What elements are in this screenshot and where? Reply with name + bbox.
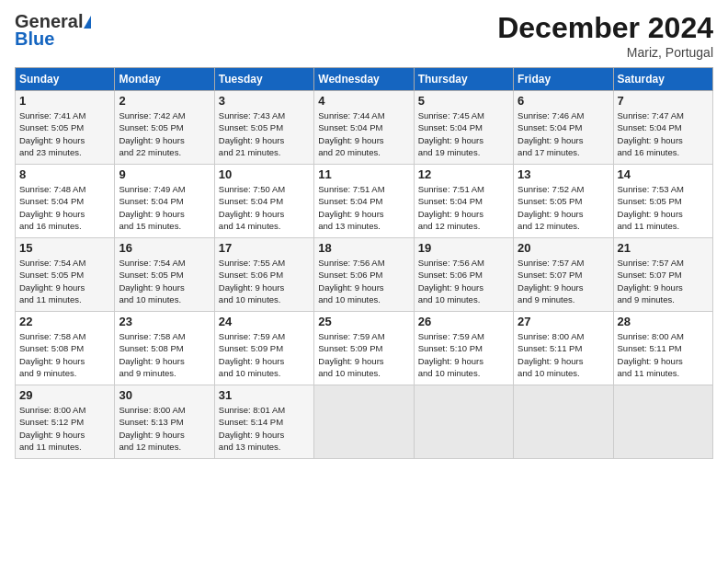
calendar-cell: 15Sunrise: 7:54 AM Sunset: 5:05 PM Dayli… [16, 238, 115, 312]
day-info: Sunrise: 7:55 AM Sunset: 5:06 PM Dayligh… [219, 257, 310, 305]
day-info: Sunrise: 7:50 AM Sunset: 5:04 PM Dayligh… [219, 183, 310, 232]
calendar: SundayMondayTuesdayWednesdayThursdayFrid… [15, 67, 713, 459]
weekday-header-tuesday: Tuesday [214, 68, 313, 91]
day-info: Sunrise: 7:52 AM Sunset: 5:05 PM Dayligh… [518, 183, 609, 232]
day-number: 13 [518, 167, 609, 181]
day-info: Sunrise: 7:51 AM Sunset: 5:04 PM Dayligh… [318, 183, 409, 232]
calendar-cell: 10Sunrise: 7:50 AM Sunset: 5:04 PM Dayli… [214, 165, 313, 238]
calendar-cell: 25Sunrise: 7:59 AM Sunset: 5:09 PM Dayli… [314, 312, 414, 385]
calendar-cell: 2Sunrise: 7:42 AM Sunset: 5:05 PM Daylig… [115, 91, 214, 165]
calendar-cell: 14Sunrise: 7:53 AM Sunset: 5:05 PM Dayli… [613, 165, 712, 238]
calendar-cell: 4Sunrise: 7:44 AM Sunset: 5:04 PM Daylig… [314, 91, 414, 165]
day-info: Sunrise: 7:43 AM Sunset: 5:05 PM Dayligh… [219, 109, 310, 158]
calendar-cell: 9Sunrise: 7:49 AM Sunset: 5:04 PM Daylig… [115, 165, 214, 238]
day-number: 23 [119, 315, 210, 328]
day-info: Sunrise: 7:51 AM Sunset: 5:04 PM Dayligh… [418, 183, 509, 232]
day-info: Sunrise: 7:59 AM Sunset: 5:10 PM Dayligh… [418, 330, 509, 379]
day-info: Sunrise: 7:44 AM Sunset: 5:04 PM Dayligh… [318, 109, 409, 158]
day-number: 17 [219, 241, 310, 255]
calendar-cell: 16Sunrise: 7:54 AM Sunset: 5:05 PM Dayli… [115, 238, 214, 312]
calendar-cell: 30Sunrise: 8:00 AM Sunset: 5:13 PM Dayli… [115, 385, 214, 459]
day-number: 22 [19, 315, 110, 328]
day-number: 30 [119, 388, 210, 402]
weekday-header-sunday: Sunday [16, 68, 115, 91]
day-info: Sunrise: 8:00 AM Sunset: 5:12 PM Dayligh… [19, 404, 110, 453]
day-info: Sunrise: 7:54 AM Sunset: 5:05 PM Dayligh… [19, 257, 110, 305]
day-number: 3 [219, 94, 310, 108]
weekday-header-monday: Monday [115, 68, 214, 91]
day-info: Sunrise: 7:53 AM Sunset: 5:05 PM Dayligh… [618, 183, 709, 232]
day-info: Sunrise: 7:59 AM Sunset: 5:09 PM Dayligh… [219, 330, 310, 379]
day-number: 27 [518, 315, 609, 328]
day-info: Sunrise: 7:58 AM Sunset: 5:08 PM Dayligh… [19, 330, 110, 379]
day-number: 5 [418, 94, 509, 108]
day-info: Sunrise: 7:49 AM Sunset: 5:04 PM Dayligh… [119, 183, 210, 232]
logo-triangle-icon [84, 16, 91, 29]
day-number: 29 [19, 388, 110, 402]
day-info: Sunrise: 7:57 AM Sunset: 5:07 PM Dayligh… [618, 257, 709, 305]
calendar-cell: 28Sunrise: 8:00 AM Sunset: 5:11 PM Dayli… [613, 312, 712, 385]
calendar-cell [414, 385, 513, 459]
day-number: 18 [318, 241, 409, 255]
subtitle: Mariz, Portugal [497, 45, 713, 60]
calendar-cell: 17Sunrise: 7:55 AM Sunset: 5:06 PM Dayli… [214, 238, 313, 312]
calendar-cell: 5Sunrise: 7:45 AM Sunset: 5:04 PM Daylig… [414, 91, 513, 165]
day-info: Sunrise: 7:56 AM Sunset: 5:06 PM Dayligh… [418, 257, 509, 305]
day-info: Sunrise: 7:57 AM Sunset: 5:07 PM Dayligh… [518, 257, 609, 305]
calendar-cell: 31Sunrise: 8:01 AM Sunset: 5:14 PM Dayli… [214, 385, 313, 459]
title-area: December 2024 Mariz, Portugal [497, 11, 713, 60]
calendar-cell [613, 385, 712, 459]
weekday-header-saturday: Saturday [613, 68, 712, 91]
calendar-cell: 26Sunrise: 7:59 AM Sunset: 5:10 PM Dayli… [414, 312, 513, 385]
calendar-cell: 22Sunrise: 7:58 AM Sunset: 5:08 PM Dayli… [16, 312, 115, 385]
day-number: 21 [618, 241, 709, 255]
day-number: 14 [618, 167, 709, 181]
calendar-cell: 12Sunrise: 7:51 AM Sunset: 5:04 PM Dayli… [414, 165, 513, 238]
calendar-cell [314, 385, 414, 459]
logo-blue-text: Blue [15, 29, 54, 50]
day-info: Sunrise: 7:59 AM Sunset: 5:09 PM Dayligh… [318, 330, 409, 379]
day-info: Sunrise: 7:47 AM Sunset: 5:04 PM Dayligh… [618, 109, 709, 158]
calendar-cell: 20Sunrise: 7:57 AM Sunset: 5:07 PM Dayli… [514, 238, 613, 312]
calendar-cell: 6Sunrise: 7:46 AM Sunset: 5:04 PM Daylig… [514, 91, 613, 165]
month-title: December 2024 [497, 11, 713, 45]
day-number: 28 [618, 315, 709, 328]
day-number: 15 [19, 241, 110, 255]
day-info: Sunrise: 8:00 AM Sunset: 5:11 PM Dayligh… [518, 330, 609, 379]
calendar-cell: 24Sunrise: 7:59 AM Sunset: 5:09 PM Dayli… [214, 312, 313, 385]
day-number: 4 [318, 94, 409, 108]
day-info: Sunrise: 7:46 AM Sunset: 5:04 PM Dayligh… [518, 109, 609, 158]
day-number: 9 [119, 167, 210, 181]
weekday-header-thursday: Thursday [414, 68, 513, 91]
day-number: 31 [219, 388, 310, 402]
calendar-cell: 19Sunrise: 7:56 AM Sunset: 5:06 PM Dayli… [414, 238, 513, 312]
day-number: 12 [418, 167, 509, 181]
day-info: Sunrise: 8:01 AM Sunset: 5:14 PM Dayligh… [219, 404, 310, 453]
day-number: 2 [119, 94, 210, 108]
calendar-cell: 11Sunrise: 7:51 AM Sunset: 5:04 PM Dayli… [314, 165, 414, 238]
calendar-cell: 7Sunrise: 7:47 AM Sunset: 5:04 PM Daylig… [613, 91, 712, 165]
day-info: Sunrise: 7:41 AM Sunset: 5:05 PM Dayligh… [19, 109, 110, 158]
calendar-cell: 27Sunrise: 8:00 AM Sunset: 5:11 PM Dayli… [514, 312, 613, 385]
day-info: Sunrise: 7:58 AM Sunset: 5:08 PM Dayligh… [119, 330, 210, 379]
day-info: Sunrise: 7:56 AM Sunset: 5:06 PM Dayligh… [318, 257, 409, 305]
day-number: 25 [318, 315, 409, 328]
day-info: Sunrise: 8:00 AM Sunset: 5:11 PM Dayligh… [618, 330, 709, 379]
day-number: 8 [19, 167, 110, 181]
page: General Blue December 2024 Mariz, Portug… [0, 0, 728, 563]
calendar-cell [514, 385, 613, 459]
weekday-header-friday: Friday [514, 68, 613, 91]
day-info: Sunrise: 7:48 AM Sunset: 5:04 PM Dayligh… [19, 183, 110, 232]
weekday-header-wednesday: Wednesday [314, 68, 414, 91]
calendar-cell: 1Sunrise: 7:41 AM Sunset: 5:05 PM Daylig… [16, 91, 115, 165]
day-number: 1 [19, 94, 110, 108]
calendar-cell: 23Sunrise: 7:58 AM Sunset: 5:08 PM Dayli… [115, 312, 214, 385]
calendar-cell: 29Sunrise: 8:00 AM Sunset: 5:12 PM Dayli… [16, 385, 115, 459]
day-number: 20 [518, 241, 609, 255]
day-number: 10 [219, 167, 310, 181]
day-number: 24 [219, 315, 310, 328]
day-info: Sunrise: 7:45 AM Sunset: 5:04 PM Dayligh… [418, 109, 509, 158]
day-number: 16 [119, 241, 210, 255]
day-info: Sunrise: 7:54 AM Sunset: 5:05 PM Dayligh… [119, 257, 210, 305]
logo: General Blue [15, 11, 91, 50]
